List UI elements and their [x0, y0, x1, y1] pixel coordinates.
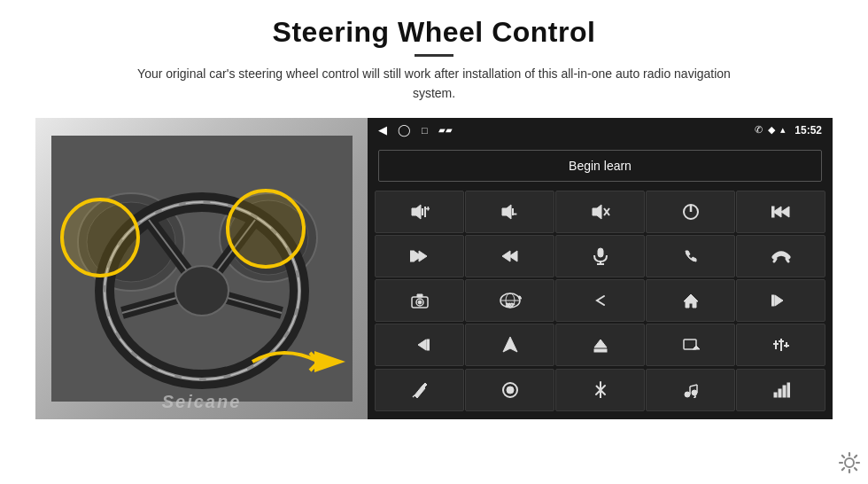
status-bar: ◀ ◯ □ ▰▰ ✆ ◆ ▴ 15:52	[368, 118, 833, 143]
seek-prev-button[interactable]	[465, 235, 554, 277]
page-wrapper: Steering Wheel Control Your original car…	[0, 0, 868, 484]
music-button[interactable]: ♪	[646, 369, 735, 411]
svg-marker-62	[693, 346, 700, 349]
svg-rect-81	[787, 383, 790, 397]
svg-marker-58	[503, 337, 517, 352]
status-time: 15:52	[794, 124, 822, 137]
subtitle-text: Your original car's steering wheel contr…	[124, 64, 744, 104]
svg-line-43	[787, 259, 788, 262]
status-bar-left: ◀ ◯ □ ▰▰	[378, 123, 453, 137]
eq-button[interactable]	[736, 324, 825, 366]
svg-point-15	[175, 266, 229, 316]
signal-icon: ▴	[780, 124, 786, 136]
page-container: Steering Wheel Control Your original car…	[0, 0, 868, 484]
svg-line-76	[690, 385, 697, 386]
bars-button[interactable]	[736, 369, 825, 411]
svg-rect-54	[771, 295, 774, 306]
sim-icon: ▰▰	[438, 125, 453, 135]
svg-text:♪: ♪	[694, 394, 696, 398]
watermark: Seicane	[162, 392, 242, 412]
svg-point-47	[418, 301, 422, 304]
screenshot-button[interactable]	[646, 324, 735, 366]
svg-marker-53	[684, 294, 698, 308]
svg-rect-56	[427, 340, 430, 350]
svg-text:360°: 360°	[506, 302, 515, 308]
svg-marker-55	[775, 295, 783, 306]
svg-rect-80	[783, 386, 786, 397]
nav-home-icon[interactable]: ◯	[398, 123, 411, 137]
svg-rect-78	[774, 393, 777, 397]
svg-marker-26	[593, 205, 601, 219]
nav-recents-icon[interactable]: □	[422, 125, 428, 136]
skip-fwd-button[interactable]	[375, 324, 464, 366]
radio-panel: ◀ ◯ □ ▰▰ ✆ ◆ ▴ 15:52	[368, 118, 833, 419]
title-section: Steering Wheel Control Your original car…	[35, 16, 833, 104]
mute-button[interactable]	[555, 191, 645, 233]
next-button[interactable]	[375, 235, 464, 277]
prev-track-button[interactable]	[736, 191, 825, 233]
svg-text:-: -	[514, 208, 516, 218]
vol-down-button[interactable]: -	[465, 191, 554, 233]
svg-marker-18	[314, 351, 345, 372]
svg-marker-59	[594, 340, 607, 347]
svg-rect-39	[598, 248, 603, 257]
settings-gear-button[interactable]	[838, 451, 861, 479]
begin-learn-button[interactable]: Begin learn	[378, 150, 822, 182]
phone-signal-icon: ✆	[755, 124, 763, 136]
svg-point-72	[685, 392, 690, 397]
car-image-section: Seicane	[35, 118, 368, 419]
svg-marker-23	[502, 205, 511, 219]
home-nav-button[interactable]	[646, 279, 735, 322]
wifi-icon: ◆	[768, 124, 775, 136]
controls-grid: + -	[368, 189, 833, 419]
phone-hangup-button[interactable]	[736, 235, 825, 277]
power2-button[interactable]	[465, 369, 554, 411]
begin-learn-container: Begin learn	[368, 143, 833, 189]
svg-line-42	[774, 259, 776, 262]
highlight-circle-right	[226, 189, 306, 269]
svg-rect-60	[594, 349, 607, 352]
highlight-circle-left	[60, 198, 140, 277]
svg-rect-79	[779, 389, 781, 397]
camera-button[interactable]	[375, 279, 464, 322]
svg-line-69	[413, 395, 415, 397]
skip-back-button[interactable]	[736, 279, 825, 322]
nav-back-icon[interactable]: ◀	[378, 123, 387, 137]
svg-point-71	[507, 386, 514, 394]
navigate-button[interactable]	[465, 324, 554, 366]
status-bar-right: ✆ ◆ ▴ 15:52	[755, 124, 822, 137]
mic-button[interactable]	[555, 235, 645, 277]
phone-answer-button[interactable]	[646, 235, 735, 277]
bluetooth-button[interactable]	[555, 369, 645, 411]
svg-text:+: +	[426, 205, 430, 213]
svg-marker-45	[417, 294, 422, 297]
vol-up-button[interactable]: +	[375, 191, 464, 233]
view-360-button[interactable]: 360°	[465, 279, 554, 322]
svg-point-82	[845, 458, 854, 467]
arrow-indicator	[248, 335, 363, 388]
eject-button[interactable]	[555, 324, 645, 366]
svg-marker-32	[781, 207, 789, 217]
car-image-bg: Seicane	[35, 118, 368, 419]
back-nav-button[interactable]	[555, 279, 645, 322]
content-area: Seicane ◀ ◯ □ ▰▰	[35, 118, 833, 419]
svg-marker-36	[419, 251, 427, 262]
svg-rect-34	[410, 251, 414, 262]
svg-marker-19	[412, 205, 421, 219]
page-title: Steering Wheel Control	[273, 16, 596, 49]
power-button[interactable]	[646, 191, 735, 233]
pen-button[interactable]	[375, 369, 464, 411]
svg-rect-33	[771, 207, 774, 217]
title-divider	[415, 54, 453, 57]
svg-marker-57	[418, 340, 426, 350]
